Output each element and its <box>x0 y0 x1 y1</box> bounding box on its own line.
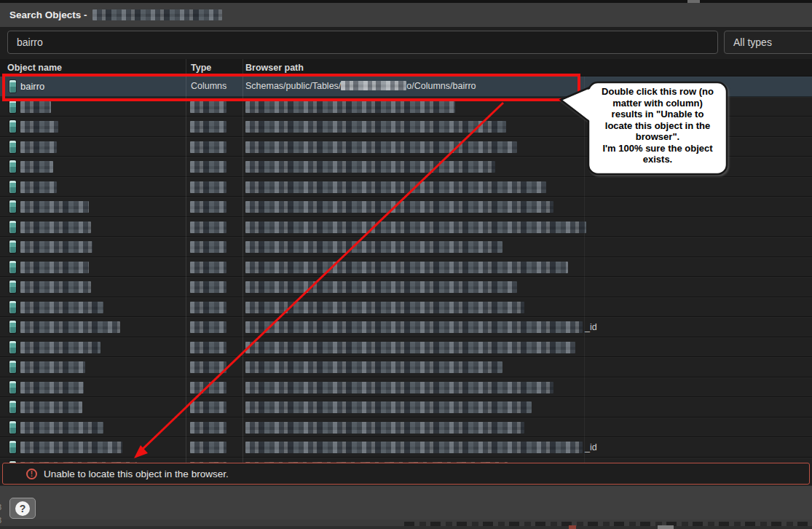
object-type: Columns <box>191 77 226 97</box>
table-row[interactable] <box>0 377 812 398</box>
background-gray-fragment <box>658 525 674 529</box>
path-redaction <box>245 201 553 213</box>
name-redaction <box>20 181 57 193</box>
title-redaction <box>92 9 222 20</box>
type-redaction <box>190 241 226 253</box>
background-edge-digit: 3 <box>0 503 4 512</box>
table-row[interactable] <box>0 277 812 297</box>
column-header-object-name[interactable]: Object name <box>7 59 62 77</box>
results-header: Object name Type Browser path <box>0 59 812 77</box>
table-row[interactable] <box>0 397 812 418</box>
type-redaction <box>190 281 226 293</box>
path-suffix: o/Columns/bairro <box>406 81 476 91</box>
type-redaction <box>190 181 226 193</box>
type-redaction <box>190 161 226 173</box>
type-redaction <box>190 121 226 133</box>
background-edge-digit: 3 <box>0 516 4 525</box>
column-separator <box>584 77 585 463</box>
name-redaction <box>20 201 89 213</box>
name-redaction <box>20 121 58 133</box>
type-filter-value: All types <box>733 36 772 48</box>
name-redaction <box>20 442 122 453</box>
search-input[interactable] <box>7 31 718 54</box>
column-icon <box>9 80 16 93</box>
table-row[interactable]: _id <box>0 437 812 458</box>
table-row[interactable] <box>0 197 812 217</box>
table-row[interactable] <box>0 237 812 257</box>
help-button[interactable]: ? <box>9 498 36 519</box>
column-header-browser-path[interactable]: Browser path <box>245 59 304 77</box>
column-separator <box>186 59 186 463</box>
name-redaction <box>20 241 92 253</box>
table-row[interactable] <box>0 157 812 177</box>
background-app-strip <box>0 520 812 529</box>
name-redaction <box>20 382 84 393</box>
column-icon <box>9 240 16 253</box>
type-redaction <box>190 302 226 313</box>
error-message-bar: ! Unable to locate this object in the br… <box>2 463 810 485</box>
column-header-type[interactable]: Type <box>191 59 211 77</box>
column-separator <box>243 59 243 463</box>
table-row[interactable] <box>0 257 812 278</box>
table-row[interactable] <box>0 177 812 197</box>
type-redaction <box>190 361 226 373</box>
path-redaction <box>245 361 502 373</box>
table-row[interactable] <box>0 217 812 238</box>
column-icon <box>9 301 16 313</box>
path-redaction <box>245 262 568 273</box>
table-row-selected[interactable]: bairro Columns Schemas/public/Tables/o/C… <box>0 77 812 97</box>
type-redaction <box>190 401 226 413</box>
column-icon <box>9 141 16 153</box>
error-message: Unable to locate this object in the brow… <box>44 469 229 479</box>
path-redaction <box>245 342 575 353</box>
type-redaction <box>190 442 226 453</box>
results-body: bairro Columns Schemas/public/Tables/o/C… <box>0 77 812 463</box>
dialog-footer: ? <box>0 485 812 520</box>
type-redaction <box>190 342 226 353</box>
path-redaction <box>245 382 553 393</box>
column-icon <box>9 421 16 434</box>
table-row[interactable]: _id <box>0 317 812 337</box>
type-redaction <box>190 201 226 213</box>
table-row[interactable] <box>0 97 812 117</box>
background-band <box>0 526 812 529</box>
type-filter-select[interactable]: All types <box>724 31 812 54</box>
object-name: bairro <box>20 77 44 97</box>
path-redaction <box>245 141 517 153</box>
type-redaction <box>190 222 226 233</box>
column-icon <box>9 200 16 213</box>
type-redaction <box>190 321 226 333</box>
column-icon <box>9 401 16 413</box>
column-icon <box>9 101 16 113</box>
path-redaction <box>245 401 532 413</box>
path-redaction <box>245 181 546 193</box>
table-row[interactable] <box>0 418 812 438</box>
table-row[interactable] <box>0 297 812 318</box>
path-redaction <box>245 222 586 233</box>
table-row[interactable] <box>0 337 812 358</box>
name-redaction <box>20 321 120 333</box>
path-redaction <box>245 281 517 293</box>
name-redaction <box>20 422 103 434</box>
path-suffix: _id <box>585 321 597 333</box>
name-redaction <box>20 302 103 313</box>
question-mark-icon: ? <box>15 501 30 516</box>
column-icon <box>9 181 16 193</box>
column-icon <box>9 441 16 453</box>
path-redaction <box>245 321 583 333</box>
path-redaction <box>245 422 524 434</box>
name-redaction <box>20 141 57 153</box>
type-redaction <box>190 382 226 393</box>
table-row[interactable] <box>0 137 812 157</box>
type-redaction <box>190 101 226 113</box>
path-redaction-inline <box>341 81 406 90</box>
background-red-fragment <box>569 525 576 529</box>
table-row[interactable] <box>0 117 812 137</box>
name-redaction <box>20 281 91 293</box>
path-redaction <box>245 161 495 173</box>
path-suffix: _id <box>585 442 597 453</box>
name-redaction <box>20 101 51 113</box>
dialog-title: Search Objects - <box>9 9 87 20</box>
table-row[interactable] <box>0 357 812 377</box>
type-redaction <box>190 422 226 434</box>
